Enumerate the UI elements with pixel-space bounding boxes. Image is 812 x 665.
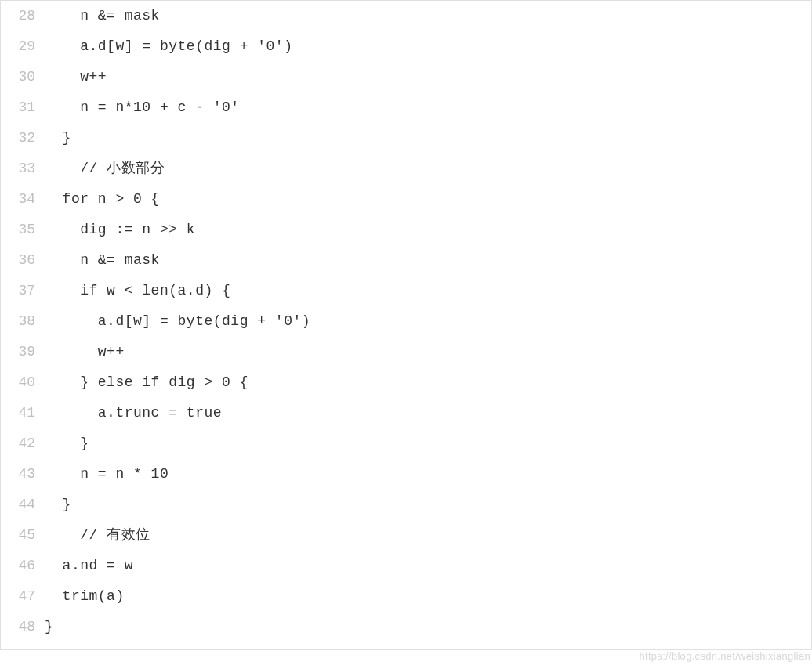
code-content: // 有效位 [45, 520, 811, 551]
code-line: 36 n &= mask [1, 245, 811, 276]
code-line: 38 a.d[w] = byte(dig + '0') [1, 306, 811, 337]
line-number: 31 [1, 92, 45, 123]
code-line: 40 } else if dig > 0 { [1, 367, 811, 398]
line-number: 46 [1, 551, 45, 581]
code-line: 46 a.nd = w [1, 551, 811, 581]
code-line: 48 } [1, 612, 811, 642]
code-line: 32 } [1, 123, 811, 154]
line-number: 41 [1, 398, 45, 428]
code-line: 31 n = n*10 + c - '0' [1, 92, 811, 123]
code-content: // 小数部分 [45, 154, 811, 184]
code-line: 45 // 有效位 [1, 520, 811, 551]
code-content: } [45, 428, 811, 459]
code-content: n = n*10 + c - '0' [45, 92, 811, 123]
code-content: if w < len(a.d) { [45, 276, 811, 306]
code-content: } [45, 490, 811, 520]
code-line: 37 if w < len(a.d) { [1, 276, 811, 306]
code-line: 39 w++ [1, 337, 811, 367]
line-number: 30 [1, 62, 45, 92]
code-content: trim(a) [45, 581, 811, 612]
code-content: a.d[w] = byte(dig + '0') [45, 306, 811, 337]
line-number: 38 [1, 306, 45, 337]
code-content: n = n * 10 [45, 459, 811, 490]
code-line: 29 a.d[w] = byte(dig + '0') [1, 31, 811, 62]
line-number: 42 [1, 428, 45, 459]
code-line: 30 w++ [1, 62, 811, 92]
code-block: 28 n &= mask 29 a.d[w] = byte(dig + '0')… [0, 0, 812, 650]
code-content: n &= mask [45, 1, 811, 31]
line-number: 48 [1, 612, 45, 642]
code-line: 43 n = n * 10 [1, 459, 811, 490]
code-content: } [45, 123, 811, 154]
code-content: for n > 0 { [45, 184, 811, 215]
line-number: 34 [1, 184, 45, 215]
code-content: n &= mask [45, 245, 811, 276]
line-number: 44 [1, 490, 45, 520]
code-content: a.trunc = true [45, 398, 811, 428]
code-line: 42 } [1, 428, 811, 459]
code-content: dig := n >> k [45, 215, 811, 245]
line-number: 29 [1, 31, 45, 62]
code-line: 34 for n > 0 { [1, 184, 811, 215]
line-number: 39 [1, 337, 45, 367]
line-number: 32 [1, 123, 45, 154]
line-number: 40 [1, 367, 45, 398]
line-number: 35 [1, 215, 45, 245]
code-line: 28 n &= mask [1, 1, 811, 31]
line-number: 37 [1, 276, 45, 306]
line-number: 36 [1, 245, 45, 276]
code-content: w++ [45, 337, 811, 367]
code-line: 41 a.trunc = true [1, 398, 811, 428]
code-line: 33 // 小数部分 [1, 154, 811, 184]
line-number: 33 [1, 154, 45, 184]
code-content: } [45, 612, 811, 642]
line-number: 28 [1, 1, 45, 31]
line-number: 43 [1, 459, 45, 490]
code-line: 47 trim(a) [1, 581, 811, 612]
code-line: 44 } [1, 490, 811, 520]
line-number: 45 [1, 520, 45, 551]
line-number: 47 [1, 581, 45, 612]
watermark: https://blog.csdn.net/weishixianglian [639, 650, 810, 662]
code-content: } else if dig > 0 { [45, 367, 811, 398]
code-content: a.nd = w [45, 551, 811, 581]
code-content: a.d[w] = byte(dig + '0') [45, 31, 811, 62]
code-content: w++ [45, 62, 811, 92]
code-line: 35 dig := n >> k [1, 215, 811, 245]
